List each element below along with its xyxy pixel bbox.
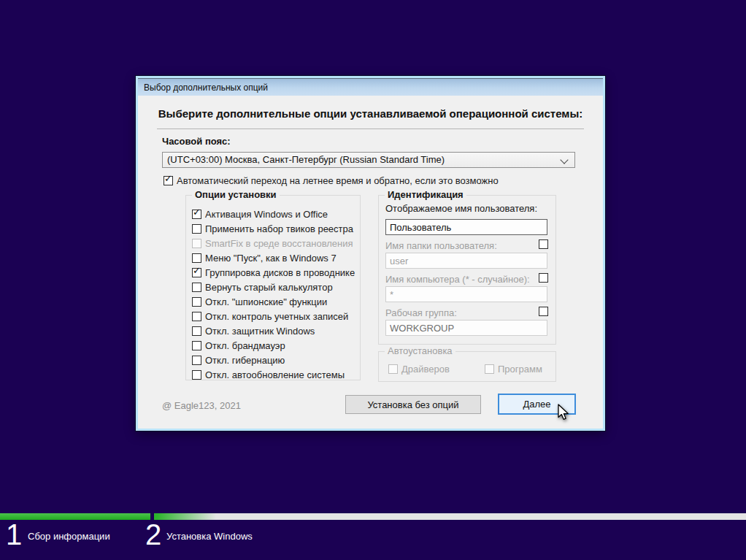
progress-bar-step2-fill [154, 513, 216, 520]
computer-name-input[interactable] [385, 286, 547, 302]
chevron-down-icon [560, 156, 568, 164]
checkbox-label: Программ [498, 364, 542, 375]
dst-checkbox-box: ✓ [164, 176, 173, 185]
checkbox-disable-uac[interactable]: Откл. контроль учетных записей [192, 310, 348, 323]
user-folder-label: Имя папки пользователя: [385, 240, 497, 251]
checkbox-box [192, 239, 201, 248]
checkbox-box: ✓ [192, 210, 201, 219]
autoinstall-group-title: Автоустановка [385, 345, 455, 356]
step1-number: 1 [6, 519, 22, 550]
identification-group: Идентификация Отображаемое имя пользоват… [378, 195, 556, 345]
checkbox-label: Вернуть старый калькулятор [205, 282, 333, 293]
user-folder-checkbox[interactable] [539, 239, 548, 249]
display-name-input[interactable] [385, 219, 547, 235]
workgroup-input[interactable] [385, 320, 547, 336]
checkbox-disable-spy-functions[interactable]: Откл. "шпионские" функции [192, 295, 327, 308]
computer-name-checkbox[interactable] [539, 273, 548, 283]
checkbox-label: Группировка дисков в проводнике [205, 267, 355, 278]
checkbox-label: Откл. "шпионские" функции [205, 296, 327, 307]
checkbox-box [192, 297, 201, 307]
checkbox-box [192, 370, 201, 380]
checkbox-old-calculator[interactable]: Вернуть старый калькулятор [192, 280, 333, 294]
author-credit: @ Eagle123, 2021 [162, 400, 241, 411]
checkmark-icon: ✓ [193, 207, 201, 217]
checkmark-icon: ✓ [193, 266, 201, 275]
checkbox-box [192, 253, 201, 263]
checkbox-box [388, 364, 398, 374]
checkbox-autoinstall-drivers: Драйверов [388, 362, 450, 375]
dst-checkbox[interactable]: ✓ Автоматический переход на летнее время… [164, 174, 499, 187]
checkbox-box [192, 312, 201, 321]
checkbox-box: ✓ [192, 268, 201, 277]
dst-checkbox-label: Автоматический переход на летнее время и… [177, 175, 499, 186]
dialog-titlebar[interactable]: Выбор дополнительных опций [138, 78, 603, 96]
checkbox-label: SmartFix в среде восстановления [205, 238, 353, 249]
timezone-selected-value: (UTC+03:00) Москва, Санкт-Петербург (Rus… [167, 154, 445, 165]
checkbox-label: Откл. гибернацию [205, 355, 285, 366]
checkbox-label: Меню "Пуск", как в Windows 7 [205, 253, 337, 264]
display-name-label: Отображаемое имя пользователя: [385, 203, 537, 214]
checkbox-box [192, 341, 201, 350]
identification-group-title: Идентификация [385, 189, 466, 200]
workgroup-label: Рабочая группа: [385, 307, 457, 318]
checkbox-label: Откл. защитник Windows [205, 326, 315, 337]
checkbox-disable-firewall[interactable]: Откл. брандмауэр [192, 339, 285, 352]
checkbox-disable-defender[interactable]: Откл. защитник Windows [192, 324, 315, 337]
step1-label: Сбор информации [28, 531, 110, 542]
timezone-select[interactable]: (UTC+03:00) Москва, Санкт-Петербург (Rus… [162, 152, 575, 168]
checkbox-box [192, 283, 201, 292]
checkbox-label: Применить набор твиков реестра [205, 223, 353, 234]
options-dialog-window: Выбор дополнительных опций Выберите допо… [136, 76, 605, 431]
checkmark-icon: ✓ [164, 174, 172, 183]
timezone-label: Часовой пояс: [162, 136, 231, 147]
dialog-body: Выберите дополнительные опции устанавлив… [138, 96, 603, 429]
checkbox-disable-updates[interactable]: Откл. автообновление системы [192, 368, 345, 381]
step2-label: Установка Windows [166, 531, 253, 542]
checkbox-label: Активация Windows и Office [205, 209, 328, 220]
install-without-options-button[interactable]: Установка без опций [345, 395, 481, 414]
checkbox-label: Драйверов [401, 364, 450, 375]
checkbox-smartfix: SmartFix в среде восстановления [192, 237, 353, 250]
checkbox-disable-hibernation[interactable]: Откл. гибернацию [192, 353, 285, 367]
dialog-title: Выбор дополнительных опций [144, 83, 268, 93]
checkbox-box [192, 356, 201, 365]
checkbox-activation[interactable]: ✓ Активация Windows и Office [192, 207, 328, 220]
user-folder-input[interactable] [385, 253, 547, 269]
checkbox-label: Откл. автообновление системы [205, 369, 345, 380]
progress-bar-step2 [154, 513, 746, 520]
heading-separator [157, 129, 584, 129]
autoinstall-group: Автоустановка Драйверов Программ [378, 351, 556, 382]
checkbox-box [192, 224, 201, 234]
checkbox-box [485, 364, 494, 374]
install-options-group: Опции установки ✓ Активация Windows и Of… [185, 195, 361, 380]
step2-number: 2 [145, 519, 161, 550]
progress-bar-step1 [0, 513, 150, 520]
checkbox-registry-tweaks[interactable]: Применить набор твиков реестра [192, 222, 353, 235]
checkbox-box [192, 326, 201, 336]
checkbox-label: Откл. контроль учетных записей [205, 311, 348, 322]
checkbox-win7-start-menu[interactable]: Меню "Пуск", как в Windows 7 [192, 251, 337, 264]
checkbox-label: Откл. брандмауэр [205, 340, 285, 351]
workgroup-checkbox[interactable] [539, 307, 548, 316]
checkbox-autoinstall-programs: Программ [485, 362, 542, 375]
checkbox-drive-grouping[interactable]: ✓ Группировка дисков в проводнике [192, 266, 355, 279]
dialog-heading: Выберите дополнительные опции устанавлив… [138, 107, 603, 120]
computer-name-label: Имя компьютера (* - случайное): [385, 274, 530, 285]
mouse-cursor [555, 403, 572, 422]
install-options-group-title: Опции установки [192, 189, 280, 200]
